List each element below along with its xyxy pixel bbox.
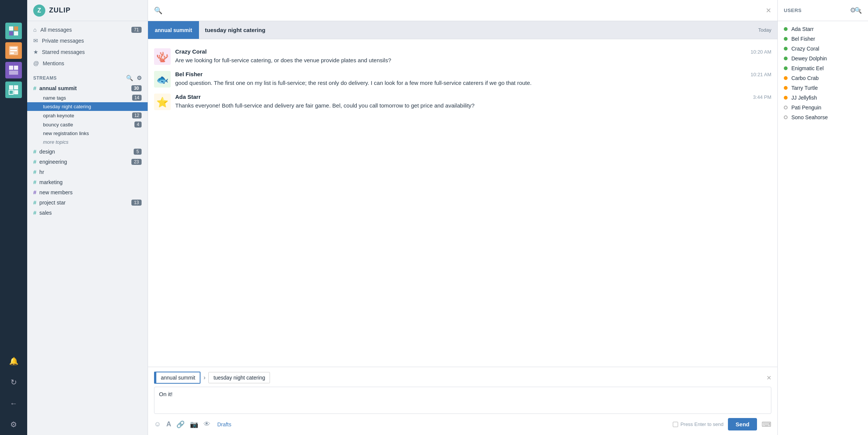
hash-icon-annual-summit: # [33,85,36,91]
stream-label-marketing: marketing [39,179,62,185]
user-item-pati-penguin[interactable]: Pati Penguin [778,103,868,112]
refresh-icon[interactable]: ↻ [5,374,22,390]
eye-icon[interactable]: 👁 [204,420,210,428]
streams-gear-icon[interactable]: ⚙ [137,75,142,81]
svg-rect-1 [14,31,18,35]
stream-item-new-members[interactable]: # new members [27,187,148,197]
svg-rect-7 [10,52,14,54]
rail-icon-teal[interactable] [5,23,22,39]
stream-item-marketing[interactable]: # marketing [27,177,148,187]
sidebar-item-all-messages[interactable]: ⌂ All messages 71 [27,24,148,35]
video-icon[interactable]: 📷 [190,420,198,429]
zulip-logo: Z [33,5,45,17]
compose-area: annual summit › tuesday night catering ✕… [148,367,777,435]
compose-textarea[interactable]: On it! [154,387,771,414]
sender-ada-starr: Ada Starr [175,94,201,100]
user-name-ada-starr: Ada Starr [791,26,814,32]
press-enter-checkbox[interactable] [673,422,678,427]
format-text-icon[interactable]: A [166,420,171,428]
user-item-crazy-coral[interactable]: Crazy Coral [778,44,868,54]
emoji-icon[interactable]: ☺ [154,420,161,428]
stream-item-project-star[interactable]: # project star 13 [27,197,148,208]
starred-messages-label: Starred messages [42,49,85,55]
hash-icon-marketing: # [33,179,36,185]
user-item-enigmatic-eel[interactable]: Enigmatic Eel [778,63,868,73]
topic-badge-bouncy-castle: 4 [134,121,142,128]
icon-rail: 🔔 ↻ ← ⚙ [0,0,27,435]
message-body-3: Ada Starr 3:44 PM Thanks everyone! Both … [175,94,771,110]
stream-item-design[interactable]: # design 5 [27,146,148,157]
user-item-tarry-turtle[interactable]: Tarry Turtle [778,83,868,93]
stream-item-annual-summit[interactable]: # annual summit 30 [27,83,148,93]
svg-rect-11 [9,85,13,89]
compose-stream-button[interactable]: annual summit [154,372,200,384]
user-item-sono-seahorse[interactable]: Sono Seahorse [778,112,868,122]
users-title: USERS [784,8,802,13]
chat-stream-tab[interactable]: annual summit [148,21,199,39]
user-item-ada-starr[interactable]: Ada Starr [778,24,868,34]
user-item-jj-jellyfish[interactable]: JJ Jellyfish [778,93,868,103]
more-topics[interactable]: more topics [27,138,148,146]
top-right-settings[interactable]: ⚙ ▼ [850,6,862,14]
keyboard-icon[interactable]: ⌨ [762,420,771,429]
topic-item-tuesday-night-catering[interactable]: tuesday night catering [27,102,148,111]
stream-badge-engineering: 23 [131,159,142,165]
send-button[interactable]: Send [728,418,757,430]
top-bar: 🔍 ✕ [148,0,777,21]
topic-item-name-tags[interactable]: name tags 14 [27,93,148,102]
topic-item-bouncy-castle[interactable]: bouncy castle 4 [27,120,148,129]
rail-icon-orange[interactable] [5,42,22,59]
compose-close-icon[interactable]: ✕ [766,374,771,381]
sidebar-item-mentions[interactable]: @ Mentions [27,58,148,69]
topic-badge-oprah-keynote: 12 [132,112,142,118]
status-dot-pati-penguin [784,106,788,109]
close-search-icon[interactable]: ✕ [766,6,771,15]
stream-label-project-star: project star [39,200,65,206]
svg-text:⭐: ⭐ [156,96,169,108]
back-icon[interactable]: ← [5,395,22,412]
svg-rect-10 [9,71,18,75]
user-name-jj-jellyfish: JJ Jellyfish [791,95,817,101]
message-body-1: Crazy Coral 10:20 AM Are we looking for … [175,48,771,65]
message-row: 🐟 Bel Fisher 10:21 AM good question. The… [148,68,777,91]
sidebar-header: Z ZULIP [27,0,148,21]
user-item-carbo-crab[interactable]: Carbo Crab [778,73,868,83]
stream-item-hr[interactable]: # hr [27,167,148,177]
compose-toolbar: ☺ A 🔗 📷 👁 Drafts Press Enter to send Sen… [154,418,771,430]
drafts-button[interactable]: Drafts [217,421,231,427]
topic-item-new-registration-links[interactable]: new registration links [27,129,148,138]
press-enter-label: Press Enter to send [673,421,723,427]
stream-item-engineering[interactable]: # engineering 23 [27,157,148,167]
settings-icon[interactable]: ⚙ [5,416,22,433]
compose-topic-button[interactable]: tuesday night catering [208,372,270,383]
bell-icon[interactable]: 🔔 [5,353,22,369]
topic-label-oprah-keynote: oprah keynote [43,113,74,118]
search-icon: 🔍 [154,6,162,15]
status-dot-bel-fisher [784,37,788,41]
rail-icon-teal2[interactable] [5,81,22,98]
stream-item-sales[interactable]: # sales [27,208,148,218]
app-title: ZULIP [49,6,71,14]
sidebar-item-starred-messages[interactable]: ★ Starred messages [27,46,148,58]
compose-arrow-icon: › [204,374,205,381]
message-meta-1: Crazy Coral 10:20 AM [175,48,771,55]
user-name-crazy-coral: Crazy Coral [791,46,819,52]
status-dot-ada-starr [784,27,788,31]
svg-rect-13 [9,90,13,94]
chat-date-label: Today [758,27,777,33]
user-item-dewey-dolphin[interactable]: Dewey Dolphin [778,54,868,63]
user-item-bel-fisher[interactable]: Bel Fisher [778,34,868,44]
rail-icon-purple[interactable] [5,62,22,78]
user-name-sono-seahorse: Sono Seahorse [791,114,828,120]
hash-icon-project-star: # [33,199,36,206]
svg-text:🐟: 🐟 [156,74,169,86]
sidebar-item-private-messages[interactable]: ✉ Private messages [27,35,148,46]
streams-label: STREAMS [33,75,57,81]
all-messages-badge: 71 [131,27,142,33]
topic-item-oprah-keynote[interactable]: oprah keynote 12 [27,111,148,120]
status-dot-carbo-crab [784,76,788,80]
streams-search-icon[interactable]: 🔍 [126,75,134,81]
avatar-crazy-coral: 🪸 [154,48,171,65]
at-icon: @ [33,60,39,66]
attachment-icon[interactable]: 🔗 [176,420,185,429]
